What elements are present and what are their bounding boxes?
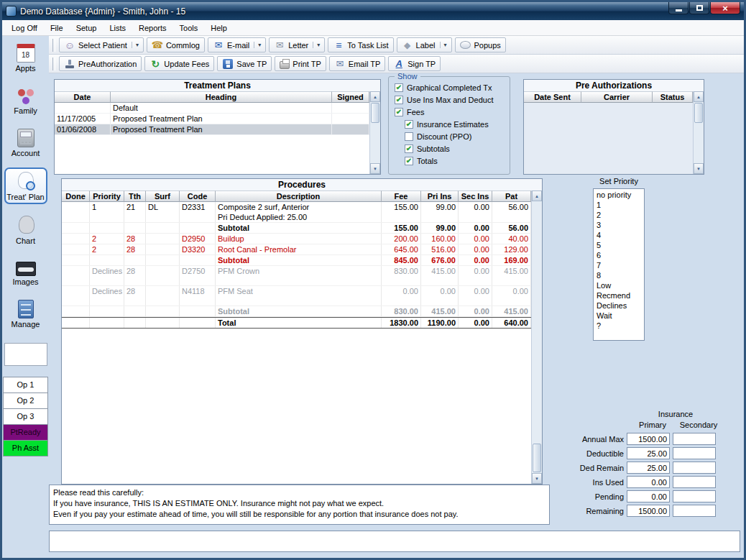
module-family[interactable]: Family [4, 83, 47, 118]
scroll-thumb[interactable] [533, 444, 541, 472]
dropdown-arrow-icon[interactable]: ▾ [313, 42, 320, 48]
procedure-row[interactable]: Subtotal830.00415.000.00415.00 [62, 306, 531, 317]
procedures-scrollbar[interactable]: ▲▼ [531, 191, 542, 484]
show-option-totals[interactable]: ✔Totals [389, 155, 510, 167]
procedure-row[interactable]: Declines28D2750PFM Crown830.00415.000.00… [62, 266, 531, 286]
priority-option-5[interactable]: 5 [594, 240, 644, 250]
priority-option-8[interactable]: 8 [594, 270, 644, 280]
scroll-track[interactable] [532, 201, 542, 473]
checkbox-icon[interactable]: ✔ [395, 96, 403, 104]
insurance-secondary-value[interactable] [673, 505, 716, 517]
column-header-description[interactable]: Description [216, 191, 382, 202]
op-ptready[interactable]: PtReady [3, 424, 48, 441]
insurance-primary-value[interactable]: 1500.00 [627, 505, 670, 517]
pre-authorizations-scrollbar[interactable]: ▲▼ [693, 91, 704, 174]
column-header-date[interactable]: Date [55, 91, 111, 103]
column-header-tth[interactable]: Tth [124, 191, 146, 202]
priority-option-7[interactable]: 7 [594, 260, 644, 270]
column-header-priority[interactable]: Priority [90, 191, 124, 202]
update-fees-button[interactable]: Update Fees [144, 56, 214, 71]
column-header-heading[interactable]: Heading [111, 91, 332, 103]
column-header-done[interactable]: Done [62, 191, 90, 202]
checkbox-icon[interactable]: ✔ [405, 120, 413, 129]
label-button[interactable]: Label▾ [397, 37, 452, 52]
menu-tools[interactable]: Tools [173, 22, 205, 35]
procedure-row[interactable]: Declines28N4118PFM Seat0.000.000.000.00 [62, 286, 531, 306]
column-header-code[interactable]: Code [180, 191, 216, 202]
letter-button[interactable]: Letter▾ [269, 37, 325, 52]
dropdown-arrow-icon[interactable]: ▾ [254, 42, 261, 48]
insurance-primary-value[interactable]: 25.00 [627, 447, 670, 459]
module-appts[interactable]: Appts [4, 40, 47, 75]
scroll-thumb[interactable] [371, 103, 379, 123]
column-header-surf[interactable]: Surf [146, 191, 180, 202]
column-header-status[interactable]: Status [653, 91, 693, 103]
priority-option-4[interactable]: 4 [594, 230, 644, 240]
op-op-2[interactable]: Op 2 [3, 393, 48, 409]
scroll-track[interactable] [694, 102, 704, 163]
show-option-discount-ppo[interactable]: Discount (PPO) [389, 130, 510, 142]
column-header-pri-ins[interactable]: Pri Ins [421, 191, 459, 202]
priority-option-declines[interactable]: Declines [594, 300, 644, 311]
show-option-insurance-estimates[interactable]: ✔Insurance Estimates [389, 118, 510, 130]
select-patient-button[interactable]: Select Patient▾ [59, 37, 144, 52]
column-header-pat[interactable]: Pat [492, 191, 531, 202]
print-tp-button[interactable]: Print TP [275, 56, 326, 71]
module-treat-plan[interactable]: Treat' Plan [4, 167, 47, 204]
procedure-row[interactable]: 228D3320Root Canal - Premolar645.00516.0… [62, 244, 531, 255]
column-header-fee[interactable]: Fee [382, 191, 421, 202]
procedure-row[interactable]: Total1830.001190.000.00640.00 [62, 317, 531, 329]
insurance-primary-value[interactable]: 25.00 [627, 462, 670, 474]
close-button[interactable]: × [710, 2, 740, 14]
scroll-up-button[interactable]: ▲ [532, 191, 542, 201]
procedure-row[interactable]: Subtotal845.00676.000.00169.00 [62, 255, 531, 266]
show-option-use-ins-max-and-deduct[interactable]: ✔Use Ins Max and Deduct [389, 93, 510, 106]
priority-option-6[interactable]: 6 [594, 250, 644, 260]
scroll-down-button[interactable]: ▼ [532, 473, 542, 484]
save-tp-button[interactable]: Save TP [217, 56, 272, 71]
treatment-plan-row[interactable]: 01/06/2008Proposed Treatment Plan [55, 124, 369, 135]
priority-option-wait[interactable]: Wait [594, 311, 644, 321]
procedure-row[interactable]: Subtotal155.0099.000.0056.00 [62, 223, 531, 234]
menu-reports[interactable]: Reports [132, 22, 173, 35]
scroll-up-button[interactable]: ▲ [694, 91, 704, 102]
insurance-secondary-value[interactable] [673, 462, 716, 474]
commlog-button[interactable]: Commlog [147, 37, 205, 52]
priority-option-2[interactable]: 2 [594, 210, 644, 220]
scroll-up-button[interactable]: ▲ [370, 91, 380, 102]
procedure-row[interactable]: 228D2950Buildup200.00160.000.0040.00 [62, 234, 531, 244]
priority-option-1[interactable]: 1 [594, 200, 644, 210]
scroll-down-button[interactable]: ▼ [694, 163, 704, 174]
maximize-button[interactable] [689, 2, 709, 14]
insurance-secondary-value[interactable] [673, 433, 716, 445]
op-op-1[interactable]: Op 1 [3, 377, 48, 393]
popups-button[interactable]: Popups [455, 37, 506, 52]
treatment-plan-row[interactable]: Default [55, 103, 369, 114]
column-header-signed[interactable]: Signed [332, 91, 369, 103]
sign-tp-button[interactable]: Sign TP [388, 56, 441, 71]
scroll-track[interactable] [370, 102, 380, 163]
module-manage[interactable]: Manage [4, 296, 47, 331]
menu-log-off[interactable]: Log Off [5, 22, 44, 35]
insurance-secondary-value[interactable] [673, 447, 716, 459]
column-header-carrier[interactable]: Carrier [581, 91, 653, 103]
priority-option-low[interactable]: Low [594, 280, 644, 290]
show-option-graphical-completed-tx[interactable]: ✔Graphical Completed Tx [389, 81, 510, 93]
menu-help[interactable]: Help [204, 22, 234, 35]
menu-file[interactable]: File [44, 22, 70, 35]
pre-authorizations-empty-list[interactable] [524, 103, 693, 174]
insurance-primary-value[interactable]: 0.00 [627, 476, 670, 488]
dropdown-arrow-icon[interactable]: ▾ [132, 42, 139, 48]
module-account[interactable]: Account [4, 125, 47, 160]
minimize-button[interactable] [668, 2, 689, 14]
menu-lists[interactable]: Lists [103, 22, 132, 35]
priority-option-recmend[interactable]: Recmend [594, 290, 644, 300]
checkbox-icon[interactable]: ✔ [395, 108, 403, 116]
insurance-secondary-value[interactable] [673, 476, 716, 488]
insurance-secondary-value[interactable] [673, 490, 716, 502]
email-tp-button[interactable]: Email TP [329, 56, 385, 71]
menu-setup[interactable]: Setup [70, 22, 103, 35]
checkbox-icon[interactable]: ✔ [395, 83, 403, 92]
dropdown-arrow-icon[interactable]: ▾ [440, 42, 447, 48]
show-option-subtotals[interactable]: ✔Subtotals [389, 142, 510, 155]
